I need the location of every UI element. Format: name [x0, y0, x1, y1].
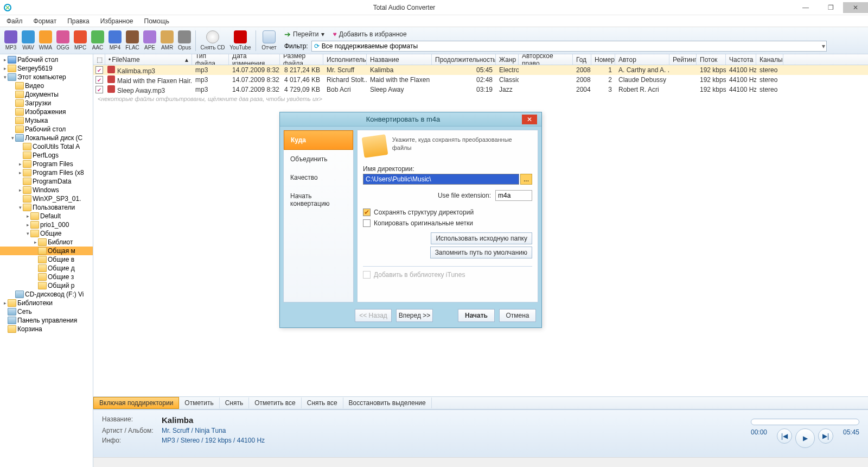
tree-node[interactable]: ProgramData [0, 177, 93, 186]
horizontal-scrollbar[interactable] [93, 457, 868, 467]
next-button[interactable]: Вперед >> [396, 309, 433, 322]
close-button[interactable]: ✕ [843, 2, 868, 13]
format-mp3-button[interactable]: MP3 [2, 29, 20, 52]
tree-node[interactable]: ▸Program Files [0, 160, 93, 168]
column-header[interactable]: Размер файла [280, 54, 323, 65]
dialog-close-button[interactable]: ✕ [522, 115, 537, 124]
selection-tab[interactable]: Восстановить выделение [343, 397, 432, 408]
column-header[interactable]: Каналы [756, 54, 783, 65]
tree-node[interactable]: WinXP_SP3_01. [0, 194, 93, 203]
column-header[interactable]: Название [367, 54, 432, 65]
keep-structure-checkbox[interactable]: ✔Сохранять структуру директорий [363, 209, 532, 216]
format-mpc-button[interactable]: MPC [72, 29, 89, 52]
youtube-button[interactable]: YouTube [227, 29, 253, 52]
tree-node[interactable]: Сеть [0, 307, 93, 316]
tree-node[interactable]: Документы [0, 90, 93, 99]
tree-node[interactable]: Общие з [0, 273, 93, 281]
column-header[interactable]: Авторское право [519, 54, 573, 65]
add-favorite-link[interactable]: ♥Добавить в избранное [333, 30, 407, 39]
table-row[interactable]: ✔Kalimba.mp3mp314.07.2009 8:32:328 217,2… [93, 65, 868, 75]
column-header[interactable]: Дата изменения [229, 54, 280, 65]
format-mp4-button[interactable]: MP4 [106, 29, 124, 52]
tree-node[interactable]: Панель управления [0, 316, 93, 325]
tree-node[interactable]: CD-дисковод (F:) Vi [0, 290, 93, 299]
tree-node[interactable]: ▸Рабочий стол [0, 55, 93, 64]
play-button[interactable]: ▶ [795, 428, 815, 448]
menu-Правка[interactable]: Правка [63, 16, 94, 26]
tree-node[interactable]: Изображения [0, 108, 93, 116]
dialog-nav-item[interactable]: Качество [284, 168, 353, 187]
progress-bar[interactable] [751, 419, 859, 425]
format-flac-button[interactable]: FLAC [124, 29, 141, 52]
dialog-titlebar[interactable]: Конвертировать в m4a ✕ [280, 112, 541, 127]
format-opus-button[interactable]: Opus [176, 29, 193, 52]
column-header[interactable]: Год [573, 54, 591, 65]
tree-node[interactable]: ▸Sergey5619 [0, 64, 93, 73]
tree-node[interactable]: ▸Default [0, 212, 93, 220]
dialog-nav-item[interactable]: Объединить [284, 150, 353, 168]
filter-note[interactable]: <некоторые файлы отфильтрованы, щёлкните… [93, 94, 868, 103]
dir-input[interactable]: C:\Users\Public\Music\ [363, 174, 519, 185]
tree-node[interactable]: Общие д [0, 264, 93, 273]
ext-input[interactable] [495, 190, 532, 201]
prev-button[interactable]: |◀ [777, 428, 792, 444]
column-header[interactable]: •FileName ▴ [105, 54, 192, 65]
folder-tree[interactable]: ▸Рабочий стол▸Sergey5619▾Этот компьютерВ… [0, 54, 93, 467]
tree-node[interactable]: Музыка [0, 116, 93, 125]
selection-tab[interactable]: Отметить [179, 397, 219, 408]
selection-tab[interactable]: Снять все [302, 397, 343, 408]
dialog-nav-item[interactable]: Куда [284, 130, 353, 150]
selection-tab[interactable]: Снять [220, 397, 250, 408]
maximize-button[interactable]: ❐ [818, 2, 843, 13]
menu-Файл[interactable]: Файл [2, 16, 27, 26]
tree-node[interactable]: ▸prio1_000 [0, 220, 93, 229]
use-source-folder-button[interactable]: Использовать исходную папку [431, 232, 532, 244]
tree-node[interactable]: Общие в [0, 255, 93, 264]
tree-node[interactable]: Видео [0, 81, 93, 90]
format-wma-button[interactable]: WMA [37, 29, 54, 52]
tree-node[interactable]: ▾Пользователи [0, 203, 93, 212]
tree-node[interactable]: ▾Общие [0, 229, 93, 238]
tree-node[interactable]: Общая м [0, 247, 93, 255]
table-row[interactable]: ✔Sleep Away.mp3mp314.07.2009 8:32:324 72… [93, 85, 868, 94]
tree-node[interactable]: ▸Библиотеки [0, 299, 93, 307]
format-amr-button[interactable]: AMR [158, 29, 176, 52]
tree-node[interactable]: ▸Windows [0, 186, 93, 194]
tree-node[interactable]: Корзина [0, 325, 93, 333]
row-checkbox[interactable]: ✔ [95, 76, 103, 84]
remember-path-button[interactable]: Запомнить путь по умолчанию [430, 247, 532, 258]
table-row[interactable]: ✔Maid with the Flaxen Hair.mp3mp314.07.2… [93, 75, 868, 85]
menu-Помощь[interactable]: Помощь [140, 16, 174, 26]
format-ape-button[interactable]: APE [141, 29, 158, 52]
column-header[interactable]: Продолжительность [432, 54, 496, 65]
format-wav-button[interactable]: WAV [20, 29, 37, 52]
copy-tags-checkbox[interactable]: Копировать оригинальные метки [363, 219, 532, 227]
column-header[interactable]: Рейтинг [669, 54, 697, 65]
goto-link[interactable]: ➔Перейти▾ [284, 30, 324, 39]
menu-Формат[interactable]: Формат [29, 16, 61, 26]
dialog-nav-item[interactable]: Начать конвертацию [284, 187, 353, 213]
column-header[interactable]: ⬚ [93, 54, 105, 65]
format-ogg-button[interactable]: OGG [54, 29, 72, 52]
column-header[interactable]: Автор [615, 54, 669, 65]
browse-button[interactable]: ... [520, 174, 532, 185]
menu-Избранное[interactable]: Избранное [96, 16, 138, 26]
tree-node[interactable]: ▾Этот компьютер [0, 73, 93, 81]
back-button[interactable]: << Назад [355, 309, 392, 322]
tree-node[interactable]: PerfLogs [0, 151, 93, 160]
minimize-button[interactable]: — [793, 2, 818, 13]
report-button[interactable]: Отчет [258, 29, 280, 52]
tree-node[interactable]: ▾Локальный диск (C [0, 134, 93, 142]
tree-node[interactable]: Рабочий стол [0, 125, 93, 134]
tree-node[interactable]: Загрузки [0, 99, 93, 108]
tree-node[interactable]: ▸Program Files (x8 [0, 168, 93, 177]
tree-node[interactable]: Общий р [0, 281, 93, 290]
tree-node[interactable]: ▸Библиот [0, 238, 93, 247]
column-header[interactable]: Тип файла [192, 54, 229, 65]
cancel-button[interactable]: Отмена [499, 309, 536, 322]
format-aac-button[interactable]: AAC [89, 29, 106, 52]
tree-node[interactable]: CoolUtils Total A [0, 142, 93, 151]
row-checkbox[interactable]: ✔ [95, 86, 103, 93]
selection-tab[interactable]: Отметить все [249, 397, 302, 408]
rip-cd-button[interactable]: Снять CD [198, 29, 227, 52]
